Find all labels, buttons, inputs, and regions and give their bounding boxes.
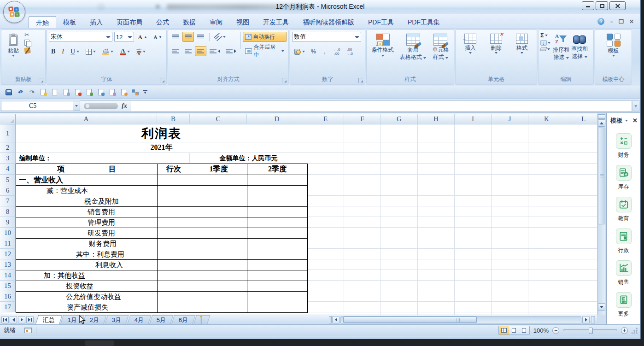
ribbon-tab-模板[interactable]: 模板 bbox=[56, 16, 83, 28]
name-box[interactable]: C5 bbox=[1, 101, 80, 111]
item-label-cell[interactable]: 研发费用 bbox=[16, 228, 158, 239]
sheet-tab-2月[interactable]: 2月 bbox=[82, 315, 107, 324]
empty-cell[interactable] bbox=[247, 260, 308, 270]
grow-font-button[interactable]: A▲ bbox=[136, 32, 150, 42]
column-header-H[interactable]: H bbox=[418, 114, 455, 124]
table-header-cell[interactable]: 行次 bbox=[158, 164, 190, 175]
template-squares-icon[interactable] bbox=[131, 89, 139, 96]
font-name-select[interactable]: 宋体 bbox=[49, 32, 112, 42]
item-label-cell[interactable]: 公允价值变动收益 bbox=[16, 292, 158, 302]
prev-sheet-button[interactable] bbox=[10, 316, 17, 323]
top-align-button[interactable] bbox=[170, 32, 181, 42]
format-cells-button[interactable]: 格式 bbox=[516, 32, 528, 76]
unit-cell[interactable]: 金额单位：人民币元 bbox=[190, 153, 307, 164]
increase-decimal-button[interactable]: ←.0.00 bbox=[331, 47, 343, 57]
increase-indent-button[interactable] bbox=[223, 46, 239, 56]
decrease-indent-button[interactable] bbox=[207, 46, 222, 56]
empty-cell[interactable] bbox=[190, 270, 247, 281]
insert-worksheet-tab[interactable]: ✶ bbox=[193, 315, 211, 324]
column-header-B[interactable]: B bbox=[157, 114, 190, 124]
row-header-11[interactable]: 11 bbox=[0, 238, 16, 249]
sheet-tab-5月[interactable]: 5月 bbox=[149, 315, 174, 324]
office-button[interactable] bbox=[3, 1, 25, 23]
minimize-button[interactable] bbox=[582, 1, 594, 10]
ribbon-tab-插入[interactable]: 插入 bbox=[83, 16, 110, 28]
ribbon-tab-福昕阅读器领鲜版[interactable]: 福昕阅读器领鲜版 bbox=[296, 16, 361, 28]
column-header-E[interactable]: E bbox=[307, 114, 344, 124]
empty-cell[interactable] bbox=[158, 281, 190, 292]
name-box-dropdown[interactable] bbox=[73, 101, 80, 111]
bottom-align-button[interactable] bbox=[195, 32, 206, 42]
empty-cell[interactable] bbox=[247, 196, 308, 207]
column-header-L[interactable]: L bbox=[565, 114, 597, 124]
column-header-K[interactable]: K bbox=[528, 114, 565, 124]
row-header-4[interactable]: 4 bbox=[0, 164, 16, 175]
empty-cell[interactable] bbox=[247, 207, 308, 217]
cell-canvas[interactable]: 利润表 2021年 编制单位： 金额单位：人民币元 项 目行次1季度2季度一、营… bbox=[16, 124, 597, 315]
alignment-dialog-launcher[interactable] bbox=[282, 78, 287, 83]
row-header-16[interactable]: 16 bbox=[0, 291, 16, 302]
page-break-view-button[interactable] bbox=[519, 326, 529, 334]
empty-cell[interactable] bbox=[190, 260, 247, 270]
row-header-14[interactable]: 14 bbox=[0, 270, 16, 281]
row-header-1[interactable]: 1 bbox=[0, 124, 16, 142]
fill-button[interactable]: ↓ bbox=[540, 40, 550, 46]
empty-cell[interactable] bbox=[247, 281, 308, 292]
find-select-button[interactable]: 查找和 选择 bbox=[571, 32, 588, 76]
help-icon[interactable]: ? bbox=[597, 18, 604, 25]
template-button[interactable]: 模板 bbox=[607, 32, 621, 76]
more-icon[interactable]: ▾ bbox=[143, 90, 147, 94]
empty-cell[interactable] bbox=[158, 239, 190, 249]
clipboard-dialog-launcher[interactable] bbox=[39, 78, 44, 83]
empty-cell[interactable] bbox=[190, 217, 247, 228]
item-label-cell[interactable]: 资产减值损失 bbox=[16, 302, 158, 313]
item-label-cell[interactable]: 其中：利息费用 bbox=[16, 249, 158, 260]
zoom-in-button[interactable]: + bbox=[621, 327, 628, 334]
number-dialog-launcher[interactable] bbox=[358, 78, 363, 83]
sheet-year-cell[interactable]: 2021年 bbox=[16, 142, 307, 153]
vertical-scroll-thumb[interactable] bbox=[598, 128, 605, 224]
row-header-12[interactable]: 12 bbox=[0, 249, 16, 259]
item-label-cell[interactable]: 财务费用 bbox=[16, 239, 158, 249]
format-painter-button[interactable] bbox=[24, 47, 31, 54]
underline-button[interactable]: U bbox=[68, 47, 82, 57]
resize-grip[interactable] bbox=[632, 328, 638, 334]
item-label-cell[interactable]: 减：营业成本 bbox=[16, 186, 158, 196]
macro-record-button[interactable] bbox=[24, 328, 32, 333]
cell-styles-button[interactable]: 单元格 样式 bbox=[432, 32, 449, 76]
sheet-tab-4月[interactable]: 4月 bbox=[127, 315, 151, 324]
empty-cell[interactable] bbox=[190, 186, 247, 196]
comma-style-button[interactable]: ， bbox=[320, 47, 330, 57]
ribbon-restore-icon[interactable]: ❐ bbox=[619, 18, 624, 25]
ribbon-tab-开始[interactable]: 开始 bbox=[29, 16, 56, 28]
delete-cells-button[interactable]: ✕ 删除 bbox=[490, 32, 502, 76]
shrink-font-button[interactable]: A▼ bbox=[152, 32, 164, 42]
page-layout-view-button[interactable] bbox=[509, 326, 519, 334]
item-label-cell[interactable]: 管理费用 bbox=[16, 217, 158, 228]
autosum-button[interactable]: Σ bbox=[540, 32, 550, 39]
zoom-level[interactable]: 100% bbox=[533, 327, 549, 334]
italic-button[interactable]: I bbox=[59, 47, 66, 57]
delete-row-icon[interactable] bbox=[74, 89, 82, 96]
font-dialog-launcher[interactable] bbox=[160, 78, 165, 83]
prepared-by-cell[interactable]: 编制单位： bbox=[16, 153, 190, 164]
empty-cell[interactable] bbox=[247, 175, 308, 186]
vertical-split-box[interactable] bbox=[598, 114, 605, 119]
column-header-A[interactable]: A bbox=[16, 114, 157, 124]
scroll-down-button[interactable] bbox=[598, 303, 605, 311]
conditional-formatting-button[interactable]: ≤ 条件格式 bbox=[372, 32, 394, 76]
row-header-17[interactable]: 17 bbox=[0, 302, 16, 312]
table-header-cell[interactable]: 2季度 bbox=[247, 164, 308, 175]
close-button[interactable] bbox=[609, 1, 626, 10]
mail-icon[interactable] bbox=[39, 89, 47, 96]
row-header-2[interactable]: 2 bbox=[0, 142, 16, 153]
sidebar-item-库存[interactable]: 库存 bbox=[616, 165, 632, 191]
row-header-3[interactable]: 3 bbox=[0, 153, 16, 164]
cut-button[interactable]: ✂ bbox=[24, 32, 43, 38]
sidebar-close-icon[interactable]: ✕ bbox=[632, 118, 638, 123]
edit-table-icon[interactable] bbox=[85, 89, 93, 96]
empty-cell[interactable] bbox=[190, 239, 247, 249]
align-left-button[interactable] bbox=[170, 46, 181, 56]
empty-cell[interactable] bbox=[247, 270, 308, 281]
empty-cell[interactable] bbox=[158, 249, 190, 260]
